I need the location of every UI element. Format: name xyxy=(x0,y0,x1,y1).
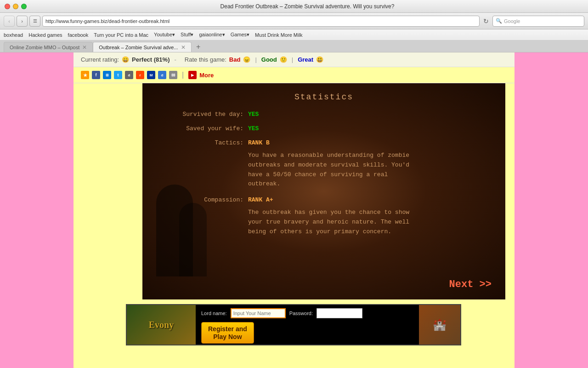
window-controls xyxy=(5,4,27,9)
stats-title: Statistics xyxy=(156,92,492,102)
bookmark-boxhead[interactable]: boxhead xyxy=(4,32,23,38)
ad-image: 🏰 xyxy=(419,304,460,345)
ad-main: Claim Your Crown Now ! Lord name: Passwo… xyxy=(196,304,419,345)
tactics-key: Tactics: xyxy=(156,139,248,146)
youtube-share-icon[interactable]: ▶ xyxy=(188,71,197,79)
rating-value: Perfect (81%) xyxy=(132,56,170,63)
bookmarks-bar: boxhead Hacked games facebook Turn your … xyxy=(0,29,588,40)
microsoft-share-icon[interactable]: ⊞ xyxy=(103,71,111,79)
main-container: Current rating: 😄 Perfect (81%) - Rate t… xyxy=(74,52,514,368)
ad-logo-text: Evony xyxy=(149,320,174,330)
bookmark-games[interactable]: Games▾ xyxy=(231,32,249,38)
tab-zombie-mmo-label: Online Zombie MMO – Outpost xyxy=(10,45,79,50)
survived-stat-row: Survived the day: YES xyxy=(156,111,492,118)
search-icon: 🔍 xyxy=(496,18,502,24)
compassion-stat-row: Compassion: RANK A+ xyxy=(156,196,492,203)
current-rating-label: Current rating: xyxy=(81,56,119,63)
tab-zombie-mmo-close[interactable]: ✕ xyxy=(82,44,87,51)
smiley-icon: 😄 xyxy=(122,56,129,63)
ad-logo: Evony xyxy=(127,304,196,345)
bookmark-mac[interactable]: Turn your PC into a Mac xyxy=(94,32,148,38)
bookmark-milk[interactable]: Must Drink More Milk xyxy=(255,32,302,38)
search-placeholder: Google xyxy=(504,18,520,24)
new-tab-button[interactable]: + xyxy=(193,42,204,52)
compassion-rank: RANK A+ xyxy=(248,196,273,203)
compassion-description: The outbreak has given you the chance to… xyxy=(248,208,423,236)
back-button[interactable]: ‹ xyxy=(4,16,15,27)
digg-share-icon[interactable]: d xyxy=(125,71,133,79)
address-bar[interactable]: http://www.funny-games.biz/dead-frontier… xyxy=(42,16,480,27)
nav-bar: ‹ › ☰ http://www.funny-games.biz/dead-fr… xyxy=(0,13,588,29)
survived-value: YES xyxy=(248,111,259,118)
password-input[interactable] xyxy=(317,308,362,318)
stat-container: Statistics Survived the day: YES Saved y… xyxy=(142,83,505,299)
ad-banner: Evony Claim Your Crown Now ! Lord name: … xyxy=(126,304,461,345)
register-line1: Register and xyxy=(208,325,247,333)
rating-bar: Current rating: 😄 Perfect (81%) - Rate t… xyxy=(74,52,514,67)
tab-outbreak-close[interactable]: ✕ xyxy=(181,44,186,51)
game-frame: Statistics Survived the day: YES Saved y… xyxy=(142,83,505,299)
browser-chrome: Dead Frontier Outbreak – Zombie Survival… xyxy=(0,0,588,52)
email-share-icon[interactable]: ✉ xyxy=(169,71,177,79)
lord-label: Lord name: xyxy=(201,310,227,316)
bookmark-social-icon[interactable]: ★ xyxy=(81,71,89,79)
bookmark-gaiaonline[interactable]: gaiaonline▾ xyxy=(199,32,225,38)
reader-button[interactable]: ☰ xyxy=(29,16,40,27)
divider1: | xyxy=(255,56,256,63)
tabs-bar: Online Zombie MMO – Outpost ✕ Outbreak –… xyxy=(0,40,588,52)
myspace-share-icon[interactable]: M xyxy=(147,71,155,79)
lord-name-input[interactable] xyxy=(231,308,286,318)
bad-emoji: 😠 xyxy=(243,56,250,63)
tactics-rank: RANK B xyxy=(248,139,270,146)
reddit-share-icon[interactable]: r xyxy=(136,71,144,79)
tab-outbreak[interactable]: Outbreak – Zombie Survival adve... ✕ xyxy=(93,42,191,52)
facebook-share-icon[interactable]: f xyxy=(92,71,100,79)
good-emoji: 🙂 xyxy=(280,56,287,63)
ad-title: Claim Your Crown Now ! xyxy=(201,304,413,305)
forward-button[interactable]: › xyxy=(17,16,28,27)
rate-bad-button[interactable]: Bad xyxy=(229,56,241,63)
game-background: Statistics Survived the day: YES Saved y… xyxy=(142,83,505,299)
register-line2: Play Now xyxy=(213,333,242,340)
twitter-share-icon[interactable]: t xyxy=(114,71,122,79)
ad-form: Lord name: Password: Register and Play N… xyxy=(201,308,413,344)
page-content: Current rating: 😄 Perfect (81%) - Rate t… xyxy=(0,52,588,368)
delicious-share-icon[interactable]: d xyxy=(158,71,166,79)
next-button[interactable]: Next >> xyxy=(449,279,492,290)
rate-label: Rate this game: xyxy=(185,56,226,63)
bookmark-facebook[interactable]: facebook xyxy=(68,32,89,38)
window-title: Dead Frontier Outbreak – Zombie Survival… xyxy=(31,3,583,10)
search-bar[interactable]: 🔍 Google xyxy=(492,16,584,27)
url-text: http://www.funny-games.biz/dead-frontier… xyxy=(45,18,170,24)
reload-button[interactable]: ↻ xyxy=(481,17,491,25)
bookmark-youtube[interactable]: Youtube▾ xyxy=(154,32,175,38)
rate-great-button[interactable]: Great xyxy=(298,56,313,63)
more-share-link[interactable]: More xyxy=(199,72,214,79)
social-divider: | xyxy=(182,71,184,79)
wife-key: Saved your wife: xyxy=(156,125,248,132)
dash-divider: - xyxy=(174,56,176,63)
tactics-stat-row: Tactics: RANK B xyxy=(156,139,492,146)
social-bar: ★ f ⊞ t d r M d ✉ | ▶ More xyxy=(74,67,514,83)
maximize-button[interactable] xyxy=(21,4,27,9)
survived-key: Survived the day: xyxy=(156,111,248,118)
compassion-key: Compassion: xyxy=(156,196,248,203)
wife-value: YES xyxy=(248,125,259,132)
divider2: | xyxy=(292,56,293,63)
rate-good-button[interactable]: Good xyxy=(261,56,277,63)
wife-stat-row: Saved your wife: YES xyxy=(156,125,492,132)
bookmark-hacked[interactable]: Hacked games xyxy=(28,32,62,38)
more-label: More xyxy=(199,72,214,79)
great-emoji: 😃 xyxy=(316,56,323,63)
tab-outbreak-label: Outbreak – Zombie Survival adve... xyxy=(99,45,178,50)
close-button[interactable] xyxy=(5,4,10,9)
tactics-description: You have a reasonable understanding of z… xyxy=(248,151,423,189)
password-label: Password: xyxy=(289,310,313,316)
register-button[interactable]: Register and Play Now xyxy=(201,322,254,344)
bookmark-stuff[interactable]: Stuff▾ xyxy=(181,32,193,38)
minimize-button[interactable] xyxy=(13,4,18,9)
tab-zombie-mmo[interactable]: Online Zombie MMO – Outpost ✕ xyxy=(4,42,93,52)
title-bar: Dead Frontier Outbreak – Zombie Survival… xyxy=(0,0,588,13)
